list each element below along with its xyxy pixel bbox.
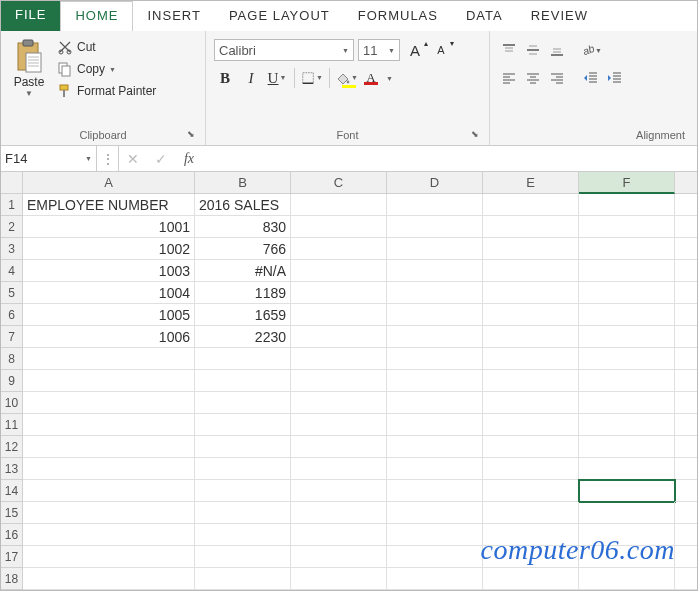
cell[interactable] bbox=[387, 304, 483, 326]
cell[interactable] bbox=[195, 392, 291, 414]
cell[interactable] bbox=[579, 414, 675, 436]
font-name-combo[interactable]: Calibri▼ bbox=[214, 39, 354, 61]
row-header[interactable]: 15 bbox=[1, 502, 23, 524]
row-header[interactable]: 1 bbox=[1, 194, 23, 216]
cell[interactable] bbox=[387, 480, 483, 502]
col-header-d[interactable]: D bbox=[387, 172, 483, 194]
cell[interactable] bbox=[675, 414, 698, 436]
underline-button[interactable]: U▼ bbox=[266, 67, 288, 89]
col-header-f[interactable]: F bbox=[579, 172, 675, 194]
cell[interactable] bbox=[387, 414, 483, 436]
cell[interactable] bbox=[195, 546, 291, 568]
cell[interactable]: 1002 bbox=[23, 238, 195, 260]
cell[interactable] bbox=[483, 348, 579, 370]
cell[interactable] bbox=[291, 348, 387, 370]
cell[interactable] bbox=[23, 458, 195, 480]
cell[interactable] bbox=[579, 194, 675, 216]
row-header[interactable]: 4 bbox=[1, 260, 23, 282]
cell[interactable] bbox=[483, 480, 579, 502]
cell[interactable] bbox=[23, 392, 195, 414]
row-header[interactable]: 12 bbox=[1, 436, 23, 458]
cell[interactable] bbox=[579, 568, 675, 590]
cell[interactable] bbox=[483, 326, 579, 348]
cell[interactable] bbox=[387, 502, 483, 524]
cell[interactable] bbox=[387, 260, 483, 282]
cell[interactable] bbox=[675, 502, 698, 524]
cell[interactable]: 1659 bbox=[195, 304, 291, 326]
col-header-b[interactable]: B bbox=[195, 172, 291, 194]
cell[interactable] bbox=[387, 370, 483, 392]
grid[interactable]: A B C D E F G 1 EMPLOYEE NUMBER 2016 SAL… bbox=[1, 172, 697, 590]
cell[interactable] bbox=[579, 216, 675, 238]
formula-input[interactable] bbox=[203, 146, 697, 171]
orientation-button[interactable]: ab▼ bbox=[580, 39, 602, 61]
cell[interactable]: 1003 bbox=[23, 260, 195, 282]
cell[interactable]: 1004 bbox=[23, 282, 195, 304]
cut-button[interactable]: Cut bbox=[57, 39, 156, 55]
cell[interactable] bbox=[675, 348, 698, 370]
font-launcher-icon[interactable]: ⬊ bbox=[469, 129, 481, 141]
cell[interactable] bbox=[483, 502, 579, 524]
cell[interactable] bbox=[675, 458, 698, 480]
cell[interactable] bbox=[483, 458, 579, 480]
cell[interactable] bbox=[483, 194, 579, 216]
cell[interactable] bbox=[675, 194, 698, 216]
cell[interactable]: 2230 bbox=[195, 326, 291, 348]
cell[interactable] bbox=[195, 524, 291, 546]
cell[interactable] bbox=[579, 370, 675, 392]
cell[interactable] bbox=[387, 392, 483, 414]
cell[interactable] bbox=[579, 304, 675, 326]
cell[interactable] bbox=[387, 546, 483, 568]
row-header[interactable]: 10 bbox=[1, 392, 23, 414]
cell[interactable] bbox=[483, 568, 579, 590]
cell[interactable] bbox=[23, 524, 195, 546]
cell[interactable] bbox=[291, 568, 387, 590]
cell[interactable] bbox=[291, 436, 387, 458]
cell[interactable]: 1189 bbox=[195, 282, 291, 304]
row-header[interactable]: 3 bbox=[1, 238, 23, 260]
cell[interactable] bbox=[195, 568, 291, 590]
cell[interactable] bbox=[195, 370, 291, 392]
cell[interactable] bbox=[483, 216, 579, 238]
cell[interactable] bbox=[675, 370, 698, 392]
tab-data[interactable]: DATA bbox=[452, 1, 517, 31]
cell[interactable] bbox=[195, 436, 291, 458]
cell[interactable] bbox=[23, 568, 195, 590]
cell[interactable] bbox=[291, 238, 387, 260]
row-header[interactable]: 8 bbox=[1, 348, 23, 370]
insert-function-button[interactable]: fx bbox=[175, 146, 203, 171]
col-header-c[interactable]: C bbox=[291, 172, 387, 194]
cell[interactable] bbox=[483, 370, 579, 392]
paste-button[interactable]: Paste ▼ bbox=[9, 35, 49, 98]
cell[interactable] bbox=[579, 436, 675, 458]
bold-button[interactable]: B bbox=[214, 67, 236, 89]
cell[interactable] bbox=[195, 458, 291, 480]
tab-review[interactable]: REVIEW bbox=[517, 1, 602, 31]
cell[interactable] bbox=[387, 568, 483, 590]
tab-home[interactable]: HOME bbox=[60, 1, 133, 31]
cell[interactable] bbox=[387, 194, 483, 216]
cell[interactable] bbox=[483, 414, 579, 436]
align-middle-button[interactable] bbox=[522, 39, 544, 61]
cell[interactable] bbox=[387, 326, 483, 348]
tab-insert[interactable]: INSERT bbox=[133, 1, 214, 31]
cell[interactable] bbox=[483, 304, 579, 326]
cell[interactable] bbox=[387, 238, 483, 260]
row-header[interactable]: 6 bbox=[1, 304, 23, 326]
decrease-indent-button[interactable] bbox=[580, 67, 602, 89]
row-header[interactable]: 16 bbox=[1, 524, 23, 546]
cell[interactable] bbox=[291, 458, 387, 480]
cell[interactable] bbox=[291, 304, 387, 326]
col-header-g[interactable]: G bbox=[675, 172, 698, 194]
cell[interactable]: #N/A bbox=[195, 260, 291, 282]
col-header-a[interactable]: A bbox=[23, 172, 195, 194]
cell[interactable] bbox=[675, 326, 698, 348]
cell[interactable]: 1005 bbox=[23, 304, 195, 326]
cell[interactable] bbox=[387, 524, 483, 546]
cell[interactable] bbox=[291, 414, 387, 436]
cell[interactable] bbox=[387, 458, 483, 480]
cell[interactable] bbox=[675, 304, 698, 326]
paste-dropdown-icon[interactable]: ▼ bbox=[25, 89, 33, 98]
row-header[interactable]: 11 bbox=[1, 414, 23, 436]
cell[interactable] bbox=[483, 282, 579, 304]
